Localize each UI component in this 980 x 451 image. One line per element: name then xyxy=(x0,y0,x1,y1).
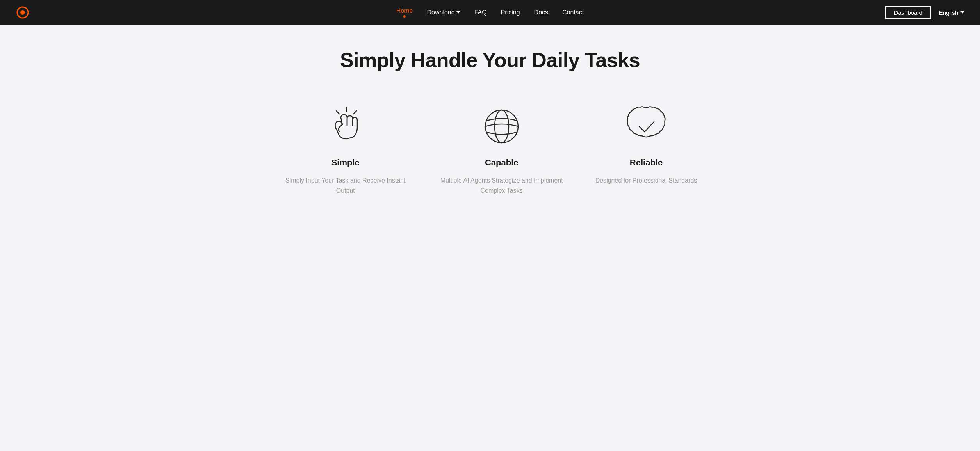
nav-link-home[interactable]: Home xyxy=(396,7,413,14)
feature-reliable-title: Reliable xyxy=(630,158,663,168)
svg-line-4 xyxy=(336,111,339,114)
nav-link-faq[interactable]: FAQ xyxy=(474,9,487,16)
nav-link-contact[interactable]: Contact xyxy=(562,9,584,16)
active-indicator xyxy=(403,15,406,18)
globe-icon xyxy=(478,103,525,150)
verified-badge-icon xyxy=(623,103,670,150)
nav-right: Dashboard English xyxy=(885,6,964,19)
chevron-down-icon xyxy=(456,11,460,14)
nav-item-home[interactable]: Home xyxy=(396,7,413,18)
feature-capable-title: Capable xyxy=(485,158,519,168)
feature-simple: Simple Simply Input Your Task and Receiv… xyxy=(283,103,408,195)
feature-simple-title: Simple xyxy=(331,158,360,168)
feature-simple-desc: Simply Input Your Task and Receive Insta… xyxy=(283,176,408,195)
logo[interactable] xyxy=(16,5,30,20)
finger-snap-icon xyxy=(322,103,369,150)
nav-link-pricing[interactable]: Pricing xyxy=(501,9,520,16)
features-grid: Simple Simply Input Your Task and Receiv… xyxy=(256,103,724,195)
feature-capable: Capable Multiple AI Agents Strategize an… xyxy=(439,103,564,195)
dashboard-button[interactable]: Dashboard xyxy=(885,6,931,19)
feature-reliable-desc: Designed for Professional Standards xyxy=(595,176,697,186)
svg-point-5 xyxy=(485,110,518,143)
svg-point-1 xyxy=(20,10,25,15)
main-content: Simply Handle Your Daily Tasks xyxy=(0,25,980,227)
svg-line-3 xyxy=(353,111,356,114)
page-title: Simply Handle Your Daily Tasks xyxy=(340,48,640,72)
nav-link-docs[interactable]: Docs xyxy=(534,9,548,16)
feature-capable-desc: Multiple AI Agents Strategize and Implem… xyxy=(439,176,564,195)
nav-link-download[interactable]: Download xyxy=(427,9,460,16)
language-selector[interactable]: English xyxy=(939,9,964,16)
svg-point-6 xyxy=(495,110,509,143)
navigation: Home Download FAQ Pricing Docs Contact D… xyxy=(0,0,980,25)
lang-chevron-icon xyxy=(960,11,964,14)
feature-reliable: Reliable Designed for Professional Stand… xyxy=(595,103,697,195)
nav-links: Home Download FAQ Pricing Docs Contact xyxy=(396,7,584,18)
